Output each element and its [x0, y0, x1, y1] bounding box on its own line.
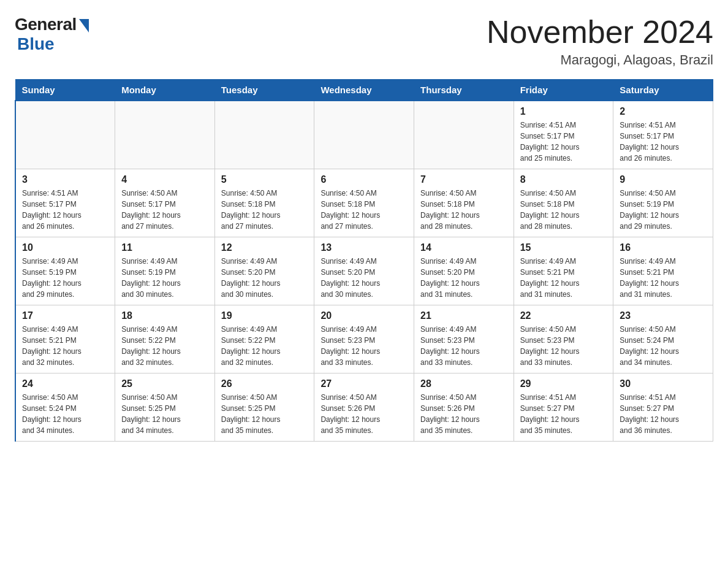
calendar-cell: 13Sunrise: 4:49 AMSunset: 5:20 PMDayligh… — [314, 237, 414, 305]
calendar-cell: 9Sunrise: 4:50 AMSunset: 5:19 PMDaylight… — [613, 169, 713, 237]
month-title: November 2024 — [487, 15, 713, 50]
day-number: 30 — [620, 378, 707, 389]
calendar-cell: 4Sunrise: 4:50 AMSunset: 5:17 PMDaylight… — [115, 169, 215, 237]
day-info: Sunrise: 4:49 AMSunset: 5:21 PMDaylight:… — [520, 256, 607, 300]
calendar-cell — [414, 101, 514, 169]
calendar-cell: 23Sunrise: 4:50 AMSunset: 5:24 PMDayligh… — [613, 305, 713, 373]
calendar-cell: 26Sunrise: 4:50 AMSunset: 5:25 PMDayligh… — [214, 373, 314, 442]
calendar-week-row: 3Sunrise: 4:51 AMSunset: 5:17 PMDaylight… — [15, 169, 713, 237]
day-info: Sunrise: 4:49 AMSunset: 5:20 PMDaylight:… — [320, 256, 408, 300]
header-thursday: Thursday — [414, 80, 514, 101]
day-info: Sunrise: 4:50 AMSunset: 5:18 PMDaylight:… — [420, 188, 507, 232]
header-saturday: Saturday — [613, 80, 713, 101]
calendar-cell: 12Sunrise: 4:49 AMSunset: 5:20 PMDayligh… — [214, 237, 314, 305]
calendar-cell: 16Sunrise: 4:49 AMSunset: 5:21 PMDayligh… — [613, 237, 713, 305]
page-header: General Blue November 2024 Maragogi, Ala… — [15, 15, 713, 68]
day-info: Sunrise: 4:51 AMSunset: 5:17 PMDaylight:… — [22, 188, 108, 232]
calendar-cell: 18Sunrise: 4:49 AMSunset: 5:22 PMDayligh… — [115, 305, 215, 373]
calendar-cell: 3Sunrise: 4:51 AMSunset: 5:17 PMDaylight… — [15, 169, 115, 237]
day-info: Sunrise: 4:50 AMSunset: 5:17 PMDaylight:… — [121, 188, 208, 232]
day-number: 4 — [121, 174, 208, 185]
day-info: Sunrise: 4:49 AMSunset: 5:22 PMDaylight:… — [121, 324, 208, 368]
calendar-cell: 20Sunrise: 4:49 AMSunset: 5:23 PMDayligh… — [314, 305, 414, 373]
day-info: Sunrise: 4:50 AMSunset: 5:24 PMDaylight:… — [22, 392, 108, 436]
calendar-cell: 29Sunrise: 4:51 AMSunset: 5:27 PMDayligh… — [514, 373, 613, 442]
calendar-cell: 17Sunrise: 4:49 AMSunset: 5:21 PMDayligh… — [15, 305, 115, 373]
header-tuesday: Tuesday — [214, 80, 314, 101]
day-number: 28 — [420, 378, 507, 389]
day-info: Sunrise: 4:50 AMSunset: 5:25 PMDaylight:… — [121, 392, 208, 436]
day-info: Sunrise: 4:50 AMSunset: 5:18 PMDaylight:… — [221, 188, 308, 232]
day-info: Sunrise: 4:49 AMSunset: 5:21 PMDaylight:… — [620, 256, 707, 300]
day-number: 14 — [420, 242, 507, 253]
calendar-cell: 5Sunrise: 4:50 AMSunset: 5:18 PMDaylight… — [214, 169, 314, 237]
day-number: 26 — [221, 378, 308, 389]
day-number: 16 — [620, 242, 707, 253]
calendar-cell: 28Sunrise: 4:50 AMSunset: 5:26 PMDayligh… — [414, 373, 514, 442]
location-title: Maragogi, Alagoas, Brazil — [487, 52, 713, 68]
calendar-cell: 24Sunrise: 4:50 AMSunset: 5:24 PMDayligh… — [15, 373, 115, 442]
day-number: 20 — [320, 310, 408, 321]
day-info: Sunrise: 4:49 AMSunset: 5:19 PMDaylight:… — [121, 256, 208, 300]
day-number: 3 — [22, 174, 108, 185]
day-number: 19 — [221, 310, 308, 321]
day-info: Sunrise: 4:49 AMSunset: 5:21 PMDaylight:… — [22, 324, 108, 368]
day-number: 27 — [320, 378, 408, 389]
calendar-cell: 11Sunrise: 4:49 AMSunset: 5:19 PMDayligh… — [115, 237, 215, 305]
day-number: 5 — [221, 174, 308, 185]
calendar-cell: 1Sunrise: 4:51 AMSunset: 5:17 PMDaylight… — [514, 101, 613, 169]
calendar-cell: 7Sunrise: 4:50 AMSunset: 5:18 PMDaylight… — [414, 169, 514, 237]
day-number: 12 — [221, 242, 308, 253]
day-info: Sunrise: 4:51 AMSunset: 5:17 PMDaylight:… — [520, 120, 607, 164]
day-info: Sunrise: 4:50 AMSunset: 5:23 PMDaylight:… — [520, 324, 607, 368]
calendar-cell: 19Sunrise: 4:49 AMSunset: 5:22 PMDayligh… — [214, 305, 314, 373]
logo-blue-text: Blue — [17, 34, 55, 54]
calendar-cell: 25Sunrise: 4:50 AMSunset: 5:25 PMDayligh… — [115, 373, 215, 442]
logo: General Blue — [15, 15, 89, 54]
day-info: Sunrise: 4:51 AMSunset: 5:17 PMDaylight:… — [620, 120, 707, 164]
day-info: Sunrise: 4:49 AMSunset: 5:23 PMDaylight:… — [420, 324, 507, 368]
day-number: 7 — [420, 174, 507, 185]
day-info: Sunrise: 4:49 AMSunset: 5:20 PMDaylight:… — [221, 256, 308, 300]
day-number: 25 — [121, 378, 208, 389]
header-wednesday: Wednesday — [314, 80, 414, 101]
calendar-cell: 15Sunrise: 4:49 AMSunset: 5:21 PMDayligh… — [514, 237, 613, 305]
day-info: Sunrise: 4:51 AMSunset: 5:27 PMDaylight:… — [520, 392, 607, 436]
calendar-week-row: 24Sunrise: 4:50 AMSunset: 5:24 PMDayligh… — [15, 373, 713, 442]
day-info: Sunrise: 4:49 AMSunset: 5:22 PMDaylight:… — [221, 324, 308, 368]
calendar-cell: 22Sunrise: 4:50 AMSunset: 5:23 PMDayligh… — [514, 305, 613, 373]
logo-arrow-icon — [79, 19, 89, 33]
calendar-header-row: SundayMondayTuesdayWednesdayThursdayFrid… — [15, 80, 713, 101]
day-number: 6 — [320, 174, 408, 185]
day-number: 10 — [22, 242, 108, 253]
day-info: Sunrise: 4:50 AMSunset: 5:24 PMDaylight:… — [620, 324, 707, 368]
calendar-week-row: 1Sunrise: 4:51 AMSunset: 5:17 PMDaylight… — [15, 101, 713, 169]
day-info: Sunrise: 4:50 AMSunset: 5:26 PMDaylight:… — [420, 392, 507, 436]
day-number: 29 — [520, 378, 607, 389]
day-info: Sunrise: 4:51 AMSunset: 5:27 PMDaylight:… — [620, 392, 707, 436]
day-info: Sunrise: 4:50 AMSunset: 5:26 PMDaylight:… — [320, 392, 408, 436]
calendar-cell: 30Sunrise: 4:51 AMSunset: 5:27 PMDayligh… — [613, 373, 713, 442]
title-section: November 2024 Maragogi, Alagoas, Brazil — [487, 15, 713, 68]
header-monday: Monday — [115, 80, 215, 101]
calendar-cell: 2Sunrise: 4:51 AMSunset: 5:17 PMDaylight… — [613, 101, 713, 169]
day-number: 1 — [520, 106, 607, 117]
calendar-cell — [115, 101, 215, 169]
day-number: 11 — [121, 242, 208, 253]
logo-general-text: General — [15, 15, 77, 34]
day-number: 22 — [520, 310, 607, 321]
day-number: 23 — [620, 310, 707, 321]
day-number: 8 — [520, 174, 607, 185]
day-number: 17 — [22, 310, 108, 321]
calendar-cell — [214, 101, 314, 169]
day-info: Sunrise: 4:50 AMSunset: 5:18 PMDaylight:… — [320, 188, 408, 232]
day-number: 9 — [620, 174, 707, 185]
day-info: Sunrise: 4:49 AMSunset: 5:23 PMDaylight:… — [320, 324, 408, 368]
day-info: Sunrise: 4:50 AMSunset: 5:19 PMDaylight:… — [620, 188, 707, 232]
header-sunday: Sunday — [15, 80, 115, 101]
calendar-cell: 21Sunrise: 4:49 AMSunset: 5:23 PMDayligh… — [414, 305, 514, 373]
calendar-cell: 10Sunrise: 4:49 AMSunset: 5:19 PMDayligh… — [15, 237, 115, 305]
header-friday: Friday — [514, 80, 613, 101]
day-info: Sunrise: 4:49 AMSunset: 5:20 PMDaylight:… — [420, 256, 507, 300]
day-number: 18 — [121, 310, 208, 321]
